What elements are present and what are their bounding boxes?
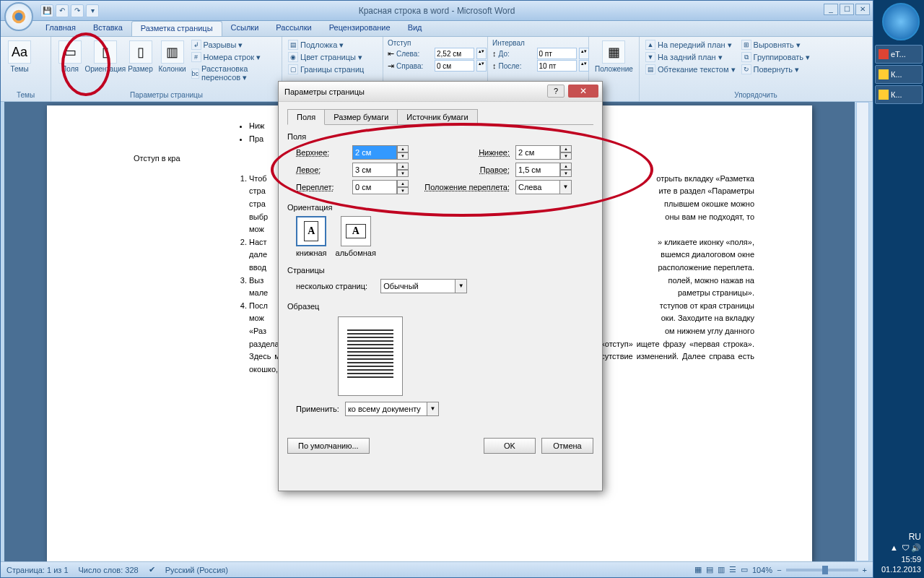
breaks-button[interactable]: ↲Разрывы ▾: [190, 39, 277, 51]
tab-paper-source[interactable]: Источник бумаги: [397, 109, 477, 124]
tray-network-icon[interactable]: 🛡: [899, 543, 910, 553]
spin[interactable]: ▴▾: [476, 60, 487, 72]
align-button[interactable]: ⊞Выровнять ▾: [740, 39, 812, 51]
bottom-label: Нижнее:: [423, 148, 510, 157]
qat-dropdown[interactable]: ▾: [86, 4, 99, 17]
status-proof-icon[interactable]: ✔: [149, 565, 155, 574]
text-wrap-button[interactable]: ▤Обтекание текстом ▾: [644, 64, 737, 75]
taskbar-app[interactable]: К...: [875, 65, 923, 84]
close-button[interactable]: ✕: [855, 4, 870, 15]
page-color-button[interactable]: ◉Цвет страницы ▾: [287, 51, 365, 63]
portrait-button[interactable]: Aкнижная: [296, 216, 327, 257]
bottom-input[interactable]: [515, 145, 560, 160]
spin-up[interactable]: ▲: [397, 163, 409, 170]
spin[interactable]: ▴▾: [579, 60, 589, 72]
status-words: Число слов: 328: [79, 566, 139, 574]
window-title: Красная строка в word - Microsoft Word: [359, 6, 515, 16]
tray-icon[interactable]: ▲: [888, 543, 898, 553]
left-input[interactable]: [352, 163, 397, 177]
zoom-value[interactable]: 104%: [752, 566, 772, 574]
clock-time[interactable]: 15:59: [876, 555, 921, 564]
position-button[interactable]: ▦Положение: [593, 39, 635, 74]
dialog-help-button[interactable]: ?: [547, 85, 565, 98]
themes-button[interactable]: AaТемы: [5, 39, 34, 74]
spin-up[interactable]: ▲: [560, 145, 572, 152]
status-lang[interactable]: Русский (Россия): [165, 566, 228, 574]
view-outline-icon[interactable]: ☰: [729, 565, 736, 574]
qat-redo[interactable]: ↷: [71, 4, 84, 17]
dialog-close-button[interactable]: ✕: [568, 85, 598, 98]
page-borders-button[interactable]: ▢Границы страниц: [287, 64, 365, 75]
start-button[interactable]: [882, 3, 920, 40]
taskbar-app[interactable]: еТ...: [875, 45, 923, 64]
language-indicator[interactable]: RU: [876, 532, 921, 542]
spin[interactable]: ▴▾: [476, 48, 487, 59]
tab-home[interactable]: Главная: [37, 21, 84, 36]
gutter-pos-select[interactable]: Слева▼: [515, 180, 572, 194]
breaks-icon: ↲: [191, 40, 201, 50]
spin-up[interactable]: ▲: [397, 145, 409, 152]
tab-references[interactable]: Ссылки: [222, 21, 268, 36]
columns-button[interactable]: ▥Колонки: [158, 39, 187, 74]
tab-paper-size[interactable]: Размер бумаги: [324, 109, 398, 124]
dialog-titlebar[interactable]: Параметры страницы ? ✕: [279, 82, 602, 102]
position-icon: ▦: [602, 40, 625, 64]
chevron-down-icon: ▼: [455, 280, 466, 293]
spin[interactable]: ▴▾: [579, 48, 589, 59]
send-back-button[interactable]: ▼На задний план ▾: [644, 51, 737, 63]
spin-down[interactable]: ▼: [560, 152, 572, 160]
spin-down[interactable]: ▼: [397, 152, 409, 160]
view-read-icon[interactable]: ▤: [706, 565, 713, 574]
size-button[interactable]: ▯Размер: [126, 39, 155, 74]
group-button[interactable]: ⧉Группировать ▾: [740, 51, 812, 63]
tray-volume-icon[interactable]: 🔊: [911, 543, 921, 553]
line-numbers-button[interactable]: #Номера строк ▾: [190, 51, 277, 63]
space-before-input[interactable]: [537, 48, 577, 59]
hyphenation-button[interactable]: bcРасстановка переносов ▾: [190, 64, 277, 83]
qat-save[interactable]: 💾: [40, 4, 53, 17]
right-input[interactable]: [515, 163, 560, 177]
indent-left-input[interactable]: [435, 48, 474, 59]
default-button[interactable]: По умолчанию...: [287, 438, 370, 454]
maximize-button[interactable]: ☐: [840, 4, 854, 15]
qat-undo[interactable]: ↶: [56, 4, 69, 17]
spin-up[interactable]: ▲: [560, 163, 572, 170]
view-web-icon[interactable]: ▥: [718, 565, 725, 574]
multipage-select[interactable]: Обычный▼: [380, 279, 467, 293]
vertical-scrollbar[interactable]: [856, 102, 869, 561]
tab-insert[interactable]: Вставка: [84, 21, 131, 36]
tab-view[interactable]: Вид: [399, 21, 431, 36]
zoom-out[interactable]: −: [777, 566, 781, 574]
spin-down[interactable]: ▼: [560, 170, 572, 177]
spin-down[interactable]: ▼: [397, 170, 409, 177]
dialog-title: Параметры страницы: [284, 87, 365, 96]
ok-button[interactable]: OK: [484, 438, 536, 454]
cancel-button[interactable]: Отмена: [541, 438, 593, 454]
tab-page-layout[interactable]: Разметка страницы: [131, 21, 222, 36]
zoom-in[interactable]: +: [863, 566, 867, 574]
view-print-icon[interactable]: ▦: [694, 565, 702, 574]
zoom-slider[interactable]: [786, 569, 858, 571]
top-input[interactable]: [352, 145, 397, 160]
margins-button[interactable]: ▭Поля: [56, 39, 84, 74]
indent-right-input[interactable]: [435, 60, 474, 72]
tab-review[interactable]: Рецензирование: [321, 21, 399, 36]
view-draft-icon[interactable]: ▭: [741, 565, 748, 574]
gutter-input[interactable]: [352, 180, 397, 194]
taskbar-app[interactable]: К...: [875, 85, 923, 104]
minimize-button[interactable]: _: [824, 4, 838, 15]
clock-date[interactable]: 01.12.2013: [876, 565, 921, 574]
office-button[interactable]: [4, 2, 33, 31]
tab-margins[interactable]: Поля: [287, 109, 325, 125]
apply-select[interactable]: ко всему документу▼: [345, 402, 439, 416]
watermark-button[interactable]: ▤Подложка ▾: [287, 39, 365, 51]
spin-up[interactable]: ▲: [397, 180, 409, 187]
ribbon-tabs: Главная Вставка Разметка страницы Ссылки…: [1, 21, 873, 37]
landscape-button[interactable]: Aальбомная: [336, 216, 376, 257]
rotate-button[interactable]: ↻Повернуть ▾: [740, 64, 812, 75]
tab-mailings[interactable]: Рассылки: [267, 21, 320, 36]
space-after-input[interactable]: [537, 60, 577, 72]
bring-front-button[interactable]: ▲На передний план ▾: [644, 39, 737, 51]
spin-down[interactable]: ▼: [397, 187, 409, 194]
orientation-button[interactable]: ▯Ориентация: [87, 39, 123, 74]
